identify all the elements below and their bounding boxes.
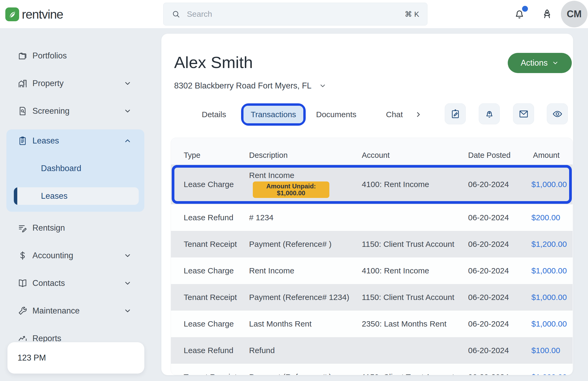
amount-link[interactable]: $100.00 (531, 346, 560, 355)
chevron-down-icon (124, 307, 132, 315)
amount-link[interactable]: $1,000.00 (531, 319, 567, 328)
clock-text: 123 PM (18, 353, 46, 363)
whats-new-button[interactable] (541, 8, 553, 20)
sidebar-item-leases-dashboard[interactable]: Dashboard (6, 162, 144, 175)
clipboard-icon (18, 136, 28, 146)
book-icon (18, 278, 28, 288)
column-header-account: Account (362, 151, 468, 160)
actions-button-label: Actions (521, 58, 548, 68)
page-title: Alex Smith (174, 53, 253, 72)
sidebar-item-label: Portfolios (32, 51, 67, 61)
avatar[interactable]: CM (561, 1, 587, 27)
sidebar-item-portfolios[interactable]: Portfolios (6, 49, 144, 62)
cell-type: Lease Refund (184, 346, 249, 355)
search-shortcut: ⌘ K (405, 10, 419, 19)
tab-transactions[interactable]: Transactions (243, 106, 303, 123)
table-row[interactable]: Lease Refund # 1234 06-20-2024 $200.00 (171, 204, 573, 231)
tab-details[interactable]: Details (202, 110, 226, 119)
rentvine-logo-icon (5, 7, 19, 21)
cell-description: Last Months Rent (249, 319, 362, 328)
search-input[interactable] (186, 9, 399, 19)
sidebar-subitem-label: Dashboard (41, 164, 81, 173)
actions-button[interactable]: Actions (508, 53, 572, 73)
sidebar-item-leases-leases[interactable]: Leases (14, 187, 139, 205)
sidebar-item-rentsign[interactable]: Rentsign (6, 222, 144, 234)
cell-description: Rent Income (249, 266, 362, 275)
wrench-icon (18, 306, 28, 316)
cell-account: 1150: Client Trust Account (362, 240, 468, 249)
watch-button[interactable] (547, 103, 568, 124)
lease-address: 8302 Blackberry Road Fort Myers, FL (174, 81, 312, 91)
cell-date-posted: 06-20-2024 (468, 346, 531, 355)
cell-type: Lease Charge (184, 266, 249, 275)
notification-badge (522, 6, 528, 12)
add-reminder-button[interactable] (479, 103, 500, 124)
cell-account: 1150: Client Trust Account (362, 372, 468, 375)
table-row[interactable]: Tenant Receipt Payment (Reference# 1234)… (171, 284, 573, 311)
main-card: Alex Smith Actions 8302 Blackberry Road … (161, 34, 573, 375)
description-text: Rent Income (249, 171, 362, 180)
amount-link[interactable]: $1,000.00 (531, 293, 567, 302)
dollar-icon (18, 251, 28, 261)
sidebar-item-property[interactable]: Property (6, 77, 144, 90)
cell-description: Payment (Reference# ) (249, 372, 362, 375)
table-row[interactable]: Lease Charge Last Months Rent 2350: Last… (171, 311, 573, 337)
sidebar-item-accounting[interactable]: Accounting (6, 249, 144, 262)
sidebar-item-label: Accounting (32, 251, 73, 260)
sidebar-item-maintenance[interactable]: Maintenance (6, 304, 144, 317)
badge-line1: Amount Unpaid: (253, 183, 329, 190)
active-indicator (14, 187, 17, 205)
sidebar-item-label: Leases (32, 136, 59, 146)
cell-description: Refund (249, 346, 362, 355)
amount-link[interactable]: $1,000.00 (531, 372, 567, 375)
table-row[interactable]: Tenant Receipt Payment (Reference# ) 115… (171, 231, 573, 257)
column-header-description: Description (249, 151, 362, 160)
search-box: ⌘ K (163, 3, 427, 26)
column-header-type: Type (184, 151, 249, 160)
cell-type: Tenant Receipt (184, 293, 249, 302)
tab-documents[interactable]: Documents (316, 110, 356, 119)
amount-link[interactable]: $1,000.00 (531, 266, 567, 275)
send-email-button[interactable] (513, 103, 534, 124)
cell-date-posted: 06-20-2024 (468, 372, 531, 375)
table-header: Type Description Account Date Posted Amo… (171, 138, 573, 164)
envelope-icon (518, 109, 529, 119)
cell-type: Tenant Receipt (184, 240, 249, 249)
sidebar-item-screening[interactable]: Screening (6, 105, 144, 117)
amount-unpaid-badge: Amount Unpaid: $1,000.00 (253, 181, 329, 198)
chevron-up-icon (124, 137, 132, 145)
table-row[interactable]: Lease Refund Refund 06-20-2024 $100.00 (171, 337, 573, 364)
amount-link[interactable]: $200.00 (531, 213, 560, 222)
sidebar-item-contacts[interactable]: Contacts (6, 277, 144, 290)
cell-date-posted: 06-20-2024 (468, 213, 531, 222)
clock-widget: 123 PM (7, 342, 144, 374)
tab-chat[interactable]: Chat (386, 110, 403, 119)
notifications-button[interactable] (514, 8, 526, 20)
amount-link[interactable]: $1,000.00 (531, 180, 567, 189)
cell-type: Tenant Receipt (184, 372, 249, 375)
cell-description: Payment (Reference# ) (249, 240, 362, 249)
search-icon (171, 10, 180, 19)
cell-date-posted: 06-20-2024 (468, 319, 531, 328)
table-row[interactable]: Lease Charge Rent Income Amount Unpaid: … (171, 164, 573, 204)
chevron-down-icon (124, 107, 132, 115)
edit-note-button[interactable] (445, 103, 466, 124)
badge-line2: $1,000.00 (253, 190, 329, 197)
logo-link[interactable]: rentvine (5, 7, 63, 22)
transactions-table: Type Description Account Date Posted Amo… (171, 138, 573, 375)
cell-date-posted: 06-20-2024 (468, 240, 531, 249)
cell-description: Rent Income Amount Unpaid: $1,000.00 (249, 171, 362, 198)
table-row[interactable]: Lease Charge Rent Income 4100: Rent Inco… (171, 257, 573, 284)
folders-icon (18, 51, 28, 61)
sidebar-item-leases[interactable]: Leases (6, 134, 144, 147)
sidebar-group-leases: Leases Dashboard Leases (6, 129, 144, 212)
building-icon (18, 78, 28, 88)
table-row[interactable]: Tenant Receipt Payment (Reference# ) 115… (171, 364, 573, 375)
tabs-overflow-button[interactable] (414, 111, 422, 118)
column-header-amount: Amount (531, 151, 560, 160)
cell-date-posted: 06-20-2024 (468, 293, 531, 302)
lease-selector[interactable]: 8302 Blackberry Road Fort Myers, FL (174, 81, 326, 91)
cell-type: Lease Refund (184, 213, 249, 222)
column-header-date-posted: Date Posted (468, 151, 531, 160)
amount-link[interactable]: $1,200.00 (531, 240, 567, 249)
